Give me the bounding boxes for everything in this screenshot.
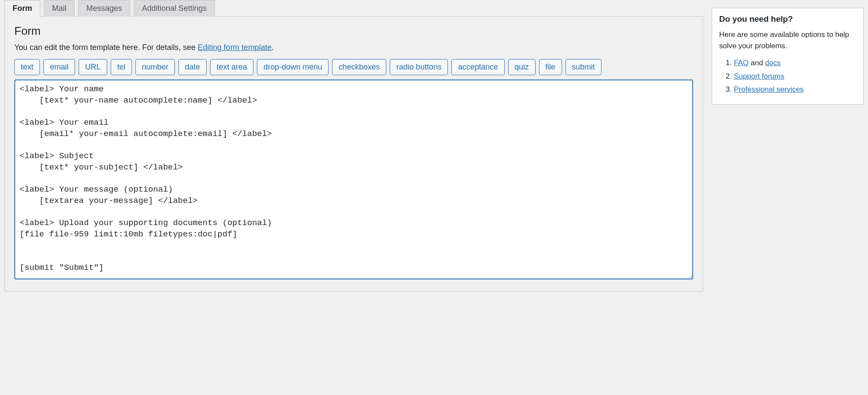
- professional-services-link[interactable]: Professional services: [734, 85, 804, 93]
- section-description: You can edit the form template here. For…: [14, 43, 693, 52]
- help-title: Do you need help?: [719, 14, 856, 24]
- editing-template-link[interactable]: Editing form template: [198, 43, 272, 52]
- faq-link[interactable]: FAQ: [734, 59, 749, 67]
- tag-button-acceptance[interactable]: acceptance: [451, 59, 504, 75]
- help-item-faq-docs: FAQ and docs: [734, 56, 856, 70]
- tag-button-file[interactable]: file: [539, 59, 562, 75]
- tag-button-radio-buttons[interactable]: radio buttons: [390, 59, 448, 75]
- docs-link[interactable]: docs: [765, 59, 781, 67]
- tab-additional-settings[interactable]: Additional Settings: [134, 0, 215, 17]
- help-box: Do you need help? Here are some availabl…: [712, 8, 864, 105]
- desc-suffix: .: [272, 43, 274, 52]
- form-template-textarea[interactable]: [14, 80, 693, 279]
- tag-button-quiz[interactable]: quiz: [508, 59, 536, 75]
- tab-form[interactable]: Form: [4, 0, 40, 17]
- form-panel: Form You can edit the form template here…: [4, 16, 703, 292]
- tag-button-submit[interactable]: submit: [566, 59, 602, 75]
- tag-button-checkboxes[interactable]: checkboxes: [332, 59, 386, 75]
- tag-button-drop-down-menu[interactable]: drop-down menu: [257, 59, 329, 75]
- help-item-services: Professional services: [734, 83, 856, 96]
- tag-button-text-area[interactable]: text area: [210, 59, 253, 75]
- help-intro: Here are some available options to help …: [719, 29, 856, 51]
- tab-mail[interactable]: Mail: [44, 0, 75, 17]
- tab-messages[interactable]: Messages: [78, 0, 130, 17]
- tag-button-number[interactable]: number: [135, 59, 175, 75]
- tag-button-text[interactable]: text: [14, 59, 40, 75]
- desc-prefix: You can edit the form template here. For…: [14, 43, 198, 52]
- tag-button-url[interactable]: URL: [79, 59, 107, 75]
- tab-bar: FormMailMessagesAdditional Settings: [4, 0, 703, 17]
- tag-button-tel[interactable]: tel: [111, 59, 132, 75]
- and-text: and: [749, 59, 765, 67]
- tag-button-date[interactable]: date: [178, 59, 207, 75]
- support-forums-link[interactable]: Support forums: [734, 72, 784, 80]
- section-heading: Form: [14, 24, 693, 38]
- help-item-forums: Support forums: [734, 70, 856, 83]
- tag-button-email[interactable]: email: [43, 59, 75, 75]
- tag-generator-row: textemailURLtelnumberdatetext areadrop-d…: [14, 59, 693, 75]
